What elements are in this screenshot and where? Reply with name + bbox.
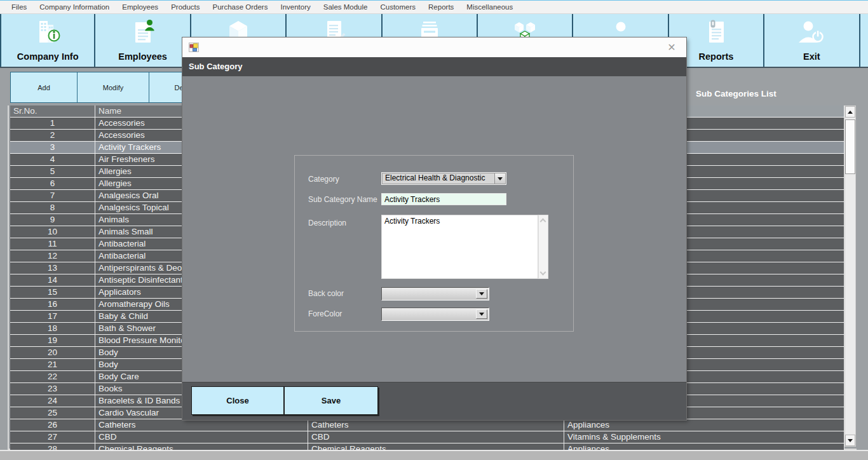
cell-name: CBD [95, 431, 308, 443]
cell-srno: 10 [10, 226, 95, 238]
toolbar-label: Reports [699, 51, 734, 63]
form-window-icon [189, 43, 199, 52]
cell-srno: 8 [10, 202, 95, 214]
cell-srno: 3 [10, 142, 95, 154]
triangle-up-icon [848, 111, 853, 114]
menu-item-products[interactable]: Products [165, 1, 206, 14]
menu-item-inventory[interactable]: Inventory [274, 1, 316, 14]
cell-srno: 13 [10, 262, 95, 274]
menu-item-reports[interactable]: Reports [422, 1, 460, 14]
cell-category: Appliances [564, 443, 844, 450]
toolbar-filler [860, 14, 868, 67]
cell-category: Vitamins & Supplements [564, 431, 844, 443]
close-button[interactable]: Close [191, 386, 284, 415]
cell-srno: 18 [10, 323, 95, 335]
description-scrollbar[interactable] [538, 215, 548, 279]
toolbar-label: Exit [803, 51, 820, 63]
cell-srno: 19 [10, 335, 95, 347]
category-dropdown-value: Electrical Health & Diagnostic [385, 173, 485, 182]
menu-item-customers[interactable]: Customers [374, 1, 422, 14]
category-label: Category [308, 175, 339, 184]
cell-category: Appliances [564, 419, 844, 431]
sub-category-name-input[interactable] [381, 193, 506, 205]
menu-item-employees[interactable]: Employees [116, 1, 165, 14]
table-row[interactable]: 27CBDCBDVitamins & Supplements [10, 431, 844, 443]
cell-srno: 14 [10, 274, 95, 287]
column-header-srno: Sr.No. [10, 105, 95, 118]
dialog-title: Sub Category [182, 57, 686, 76]
toolbar-button-company-info[interactable]: Company Info [0, 14, 95, 67]
cell-description: CBD [308, 431, 564, 443]
add-button[interactable]: Add [10, 72, 78, 103]
menu-bar: FilesCompany InformationEmployeesProduct… [0, 1, 868, 14]
menu-item-sales-module[interactable]: Sales Module [317, 1, 374, 14]
grid-vertical-scrollbar[interactable] [844, 105, 856, 447]
cell-name: Chemical Reagents [95, 443, 308, 450]
cell-srno: 4 [10, 154, 95, 166]
sub-categories-list-title: Sub Categories List [696, 89, 776, 98]
cell-srno: 23 [10, 383, 95, 395]
toolbar-button-exit[interactable]: Exit [764, 14, 860, 67]
description-label: Description [308, 219, 346, 227]
cell-srno: 22 [10, 371, 95, 383]
company-building-icon [1, 14, 94, 51]
cell-srno: 26 [10, 419, 95, 431]
cell-srno: 12 [10, 250, 95, 262]
save-button[interactable]: Save [284, 386, 378, 415]
modify-button[interactable]: Modify [78, 72, 149, 103]
cell-srno: 6 [10, 178, 95, 190]
cell-description: Catheters [308, 419, 564, 431]
dialog-header: Sub Category [182, 57, 686, 76]
cell-srno: 2 [10, 130, 95, 142]
toolbar-label: Company Info [17, 51, 79, 63]
cell-srno: 24 [10, 395, 95, 407]
close-icon[interactable]: ✕ [665, 41, 679, 55]
cell-srno: 5 [10, 166, 95, 178]
cell-srno: 21 [10, 359, 95, 371]
cell-srno: 11 [10, 238, 95, 250]
cell-srno: 7 [10, 190, 95, 202]
description-textarea[interactable]: Activity Trackers [381, 215, 538, 279]
menu-item-company-information[interactable]: Company Information [33, 1, 116, 14]
scrollbar-thumb[interactable] [845, 119, 855, 174]
cell-srno: 16 [10, 299, 95, 311]
menu-item-miscellaneous[interactable]: Miscellaneous [460, 1, 519, 14]
cell-srno: 1 [10, 118, 95, 130]
cell-srno: 28 [10, 443, 95, 450]
menu-item-purchase-orders[interactable]: Purchase Orders [207, 1, 275, 14]
scroll-down-button[interactable] [845, 435, 855, 446]
cell-name: Catheters [95, 419, 308, 431]
toolbar-label: Employees [118, 51, 167, 63]
cell-srno: 15 [10, 287, 95, 299]
cell-srno: 17 [10, 311, 95, 323]
triangle-down-icon [848, 439, 853, 442]
cell-srno: 27 [10, 431, 95, 443]
application-window: { "menu_bar": { "items": ["Files", "Comp… [0, 0, 868, 460]
category-dropdown[interactable]: Electrical Health & Diagnostic [381, 172, 506, 185]
cell-srno: 9 [10, 214, 95, 226]
chevron-up-icon [540, 219, 546, 225]
chevron-down-icon[interactable] [476, 289, 487, 299]
back-color-dropdown[interactable] [381, 287, 489, 301]
exit-power-icon [764, 14, 858, 51]
chevron-down-icon[interactable] [476, 309, 487, 319]
scroll-up-button[interactable] [845, 106, 855, 118]
status-strip [0, 450, 868, 460]
chevron-down-icon[interactable] [494, 173, 505, 184]
back-color-label: Back color [308, 289, 344, 298]
toolbar-button-employees[interactable]: Employees [95, 14, 191, 67]
cell-srno: 20 [10, 347, 95, 359]
sub-category-name-label: Sub Category Name [308, 195, 377, 204]
fore-color-label: ForeColor [308, 309, 342, 318]
table-row[interactable]: 26CathetersCathetersAppliances [10, 419, 844, 431]
cell-srno: 25 [10, 407, 95, 419]
chevron-down-icon [540, 269, 546, 276]
table-row[interactable]: 28Chemical ReagentsChemical ReagentsAppl… [10, 443, 844, 450]
fore-color-dropdown[interactable] [381, 308, 489, 321]
menu-item-files[interactable]: Files [5, 1, 33, 14]
sub-category-dialog: ✕ Sub Category Category Electrical Healt… [182, 37, 686, 420]
dialog-title-bar: ✕ [182, 37, 686, 57]
employee-document-icon [95, 14, 189, 51]
cell-description: Chemical Reagents [308, 443, 564, 450]
